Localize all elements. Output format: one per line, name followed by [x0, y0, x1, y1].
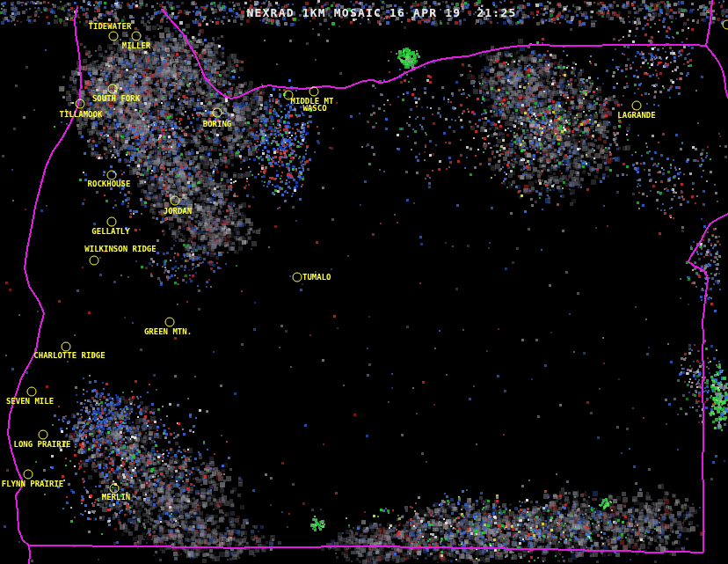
site-label: LONG PRAIRIE — [13, 441, 70, 448]
site-label: SEVEN MILE — [6, 398, 54, 405]
site-label: BORING — [203, 121, 232, 128]
site-circle-icon — [309, 87, 319, 97]
site-circle-icon — [107, 217, 117, 227]
site-circle-icon — [632, 101, 642, 111]
site-circle-icon — [109, 32, 119, 41]
site-label: TILLAMOOK — [60, 111, 103, 118]
site-label: GELLATLY — [91, 228, 129, 235]
site-label: MERLIN — [102, 494, 131, 501]
site-label: WILKINSON RIDGE — [84, 245, 156, 253]
site-circle-icon — [213, 108, 222, 118]
site-label: SOUTH FORK — [92, 95, 140, 102]
radar-display: TIDEWATER MILLER SOUTH FORK TILLAMOOK BO… — [0, 0, 728, 564]
site-circle-icon — [39, 430, 48, 440]
site-circle-icon — [171, 196, 180, 206]
site-label: WASCO — [302, 105, 326, 112]
site-circle-icon — [108, 84, 118, 94]
site-circle-icon — [24, 470, 33, 480]
site-label: TUMALO — [302, 274, 331, 281]
site-label: TIDEWATER — [89, 23, 132, 30]
site-label: GREEN MTN. — [144, 328, 192, 335]
site-label: JORDAN — [164, 208, 193, 215]
mosaic-title: NEXRAD 1KM MOSAIC 16 APR 19 21:25 — [247, 6, 517, 19]
site-circle-icon — [723, 20, 728, 30]
site-circle-icon — [132, 32, 142, 41]
site-circle-icon — [165, 318, 175, 327]
site-circle-icon — [62, 342, 71, 352]
site-circle-icon — [76, 99, 85, 109]
site-label: FLYNN PRAIRIE — [2, 480, 63, 487]
site-circle-icon — [27, 387, 37, 397]
site-label: LAGRANDE — [617, 112, 655, 119]
site-label: MILLER — [122, 42, 151, 49]
site-label: CHARLOTTE RIDGE — [33, 352, 105, 359]
site-circle-icon — [107, 171, 117, 180]
site-circle-icon — [110, 484, 120, 494]
site-label: ROCKHOUSE — [88, 180, 131, 187]
site-circle-icon — [293, 273, 302, 282]
site-circle-icon — [90, 256, 99, 266]
